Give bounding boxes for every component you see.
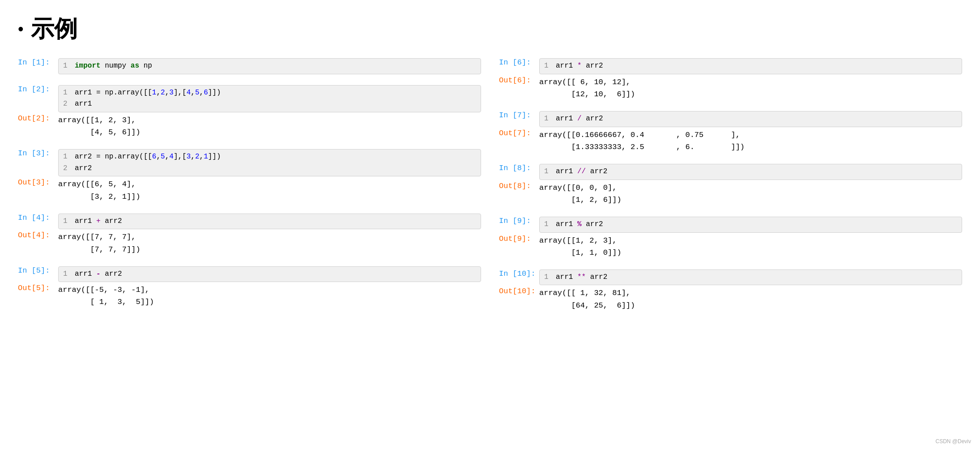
output-text: array([[6, 5, 4], [3, 2, 1]]) bbox=[58, 178, 141, 202]
in-label: In [6]: bbox=[499, 58, 539, 67]
input-line: In [5]:1arr1 - arr2 bbox=[18, 266, 481, 282]
out-label: Out[9]: bbox=[499, 235, 539, 243]
code-text: arr1 + arr2 bbox=[75, 216, 122, 227]
code-box[interactable]: 1arr1 ** arr2 bbox=[539, 269, 962, 286]
out-label: Out[3]: bbox=[18, 178, 58, 187]
code-text: arr1 / arr2 bbox=[556, 113, 603, 125]
code-text: arr1 % arr2 bbox=[556, 219, 603, 231]
code-text: arr1 - arr2 bbox=[75, 269, 122, 280]
main-content: In [1]:1import numpy as npIn [2]:1arr1 =… bbox=[18, 58, 962, 317]
in-label: In [5]: bbox=[18, 266, 58, 275]
output-line: Out[4]:array([[7, 7, 7], [7, 7, 7]]) bbox=[18, 231, 481, 255]
output-line: Out[7]:array([[0.16666667, 0.4 , 0.75 ],… bbox=[499, 129, 962, 153]
input-line: In [9]:1arr1 % arr2 bbox=[499, 217, 962, 233]
cell-group: In [5]:1arr1 - arr2Out[5]:array([[-5, -3… bbox=[18, 266, 481, 310]
in-label: In [1]: bbox=[18, 58, 58, 67]
out-label: Out[8]: bbox=[499, 182, 539, 190]
input-line: In [10]:1arr1 ** arr2 bbox=[499, 269, 962, 286]
line-number: 1 bbox=[63, 60, 69, 72]
code-box[interactable]: 1arr1 // arr2 bbox=[539, 164, 962, 180]
line-number: 1 bbox=[544, 219, 550, 231]
output-text: array([[ 1, 32, 81], [64, 25, 6]]) bbox=[539, 287, 635, 311]
cell-group: In [10]:1arr1 ** arr2Out[10]:array([[ 1,… bbox=[499, 269, 962, 313]
code-text: arr1 * arr2 bbox=[556, 60, 603, 72]
line-number: 1 bbox=[544, 272, 550, 283]
code-text: arr1 // arr2 bbox=[556, 166, 607, 178]
right-column: In [6]:1arr1 * arr2Out[6]:array([[ 6, 10… bbox=[499, 58, 962, 317]
out-label: Out[10]: bbox=[499, 287, 539, 295]
left-column: In [1]:1import numpy as npIn [2]:1arr1 =… bbox=[18, 58, 481, 317]
output-line: Out[8]:array([[0, 0, 0], [1, 2, 6]]) bbox=[499, 182, 962, 206]
code-text: arr1 = np.array([[1,2,3],[4,5,6]]) bbox=[75, 87, 221, 99]
code-box[interactable]: 1arr1 % arr2 bbox=[539, 217, 962, 233]
cell-group: In [3]:1arr2 = np.array([[6,5,4],[3,2,1]… bbox=[18, 149, 481, 205]
code-box[interactable]: 1arr1 / arr2 bbox=[539, 111, 962, 127]
in-label: In [10]: bbox=[499, 269, 539, 278]
cell-group: In [6]:1arr1 * arr2Out[6]:array([[ 6, 10… bbox=[499, 58, 962, 102]
cell-group: In [4]:1arr1 + arr2Out[4]:array([[7, 7, … bbox=[18, 214, 481, 257]
line-number: 1 bbox=[63, 216, 69, 227]
cell-group: In [9]:1arr1 % arr2Out[9]:array([[1, 2, … bbox=[499, 217, 962, 261]
output-text: array([[1, 2, 3], [4, 5, 6]]) bbox=[58, 114, 141, 138]
code-box[interactable]: 1arr1 - arr2 bbox=[58, 266, 481, 282]
cell-group: In [1]:1import numpy as np bbox=[18, 58, 481, 76]
line-number: 1 bbox=[63, 87, 69, 99]
code-box[interactable]: 1arr1 = np.array([[1,2,3],[4,5,6]])2arr1 bbox=[58, 85, 481, 112]
input-line: In [1]:1import numpy as np bbox=[18, 58, 481, 74]
out-label: Out[6]: bbox=[499, 76, 539, 85]
line-number: 2 bbox=[63, 163, 69, 175]
line-number: 1 bbox=[63, 151, 69, 163]
output-line: Out[9]:array([[1, 2, 3], [1, 1, 0]]) bbox=[499, 235, 962, 259]
output-text: array([[ 6, 10, 12], [12, 10, 6]]) bbox=[539, 76, 635, 100]
line-number: 1 bbox=[63, 269, 69, 280]
in-label: In [2]: bbox=[18, 85, 58, 94]
code-box[interactable]: 1import numpy as np bbox=[58, 58, 481, 74]
input-line: In [8]:1arr1 // arr2 bbox=[499, 164, 962, 180]
code-text: arr2 bbox=[75, 163, 92, 175]
output-text: array([[7, 7, 7], [7, 7, 7]]) bbox=[58, 231, 141, 255]
input-line: In [6]:1arr1 * arr2 bbox=[499, 58, 962, 74]
output-line: Out[3]:array([[6, 5, 4], [3, 2, 1]]) bbox=[18, 178, 481, 202]
in-label: In [9]: bbox=[499, 217, 539, 225]
input-line: In [2]:1arr1 = np.array([[1,2,3],[4,5,6]… bbox=[18, 85, 481, 112]
in-label: In [3]: bbox=[18, 149, 58, 158]
code-text: import numpy as np bbox=[75, 60, 152, 72]
code-box[interactable]: 1arr1 + arr2 bbox=[58, 214, 481, 230]
line-number: 1 bbox=[544, 113, 550, 125]
cell-group: In [2]:1arr1 = np.array([[1,2,3],[4,5,6]… bbox=[18, 85, 481, 141]
in-label: In [7]: bbox=[499, 111, 539, 120]
output-text: array([[-5, -3, -1], [ 1, 3, 5]]) bbox=[58, 284, 154, 308]
input-line: In [4]:1arr1 + arr2 bbox=[18, 214, 481, 230]
code-box[interactable]: 1arr2 = np.array([[6,5,4],[3,2,1]])2arr2 bbox=[58, 149, 481, 176]
out-label: Out[4]: bbox=[18, 231, 58, 239]
out-label: Out[2]: bbox=[18, 114, 58, 123]
cell-group: In [8]:1arr1 // arr2Out[8]:array([[0, 0,… bbox=[499, 164, 962, 208]
line-number: 2 bbox=[63, 98, 69, 110]
output-line: Out[2]:array([[1, 2, 3], [4, 5, 6]]) bbox=[18, 114, 481, 138]
output-line: Out[6]:array([[ 6, 10, 12], [12, 10, 6]]… bbox=[499, 76, 962, 100]
cell-group: In [7]:1arr1 / arr2Out[7]:array([[0.1666… bbox=[499, 111, 962, 155]
output-text: array([[0, 0, 0], [1, 2, 6]]) bbox=[539, 182, 622, 206]
code-text: arr1 ** arr2 bbox=[556, 272, 607, 283]
output-line: Out[5]:array([[-5, -3, -1], [ 1, 3, 5]]) bbox=[18, 284, 481, 308]
section-title: 示例 bbox=[31, 13, 77, 45]
line-number: 1 bbox=[544, 166, 550, 178]
in-label: In [8]: bbox=[499, 164, 539, 172]
output-text: array([[0.16666667, 0.4 , 0.75 ], [1.333… bbox=[539, 129, 745, 153]
input-line: In [3]:1arr2 = np.array([[6,5,4],[3,2,1]… bbox=[18, 149, 481, 176]
out-label: Out[5]: bbox=[18, 284, 58, 292]
code-text: arr2 = np.array([[6,5,4],[3,2,1]]) bbox=[75, 151, 221, 163]
input-line: In [7]:1arr1 / arr2 bbox=[499, 111, 962, 127]
line-number: 1 bbox=[544, 60, 550, 72]
code-box[interactable]: 1arr1 * arr2 bbox=[539, 58, 962, 74]
bullet: • bbox=[18, 20, 24, 38]
code-text: arr1 bbox=[75, 98, 92, 110]
watermark: CSDN @Deviv bbox=[935, 438, 971, 445]
output-text: array([[1, 2, 3], [1, 1, 0]]) bbox=[539, 235, 622, 259]
page-header: • 示例 bbox=[18, 13, 962, 45]
output-line: Out[10]:array([[ 1, 32, 81], [64, 25, 6]… bbox=[499, 287, 962, 311]
in-label: In [4]: bbox=[18, 214, 58, 222]
out-label: Out[7]: bbox=[499, 129, 539, 137]
